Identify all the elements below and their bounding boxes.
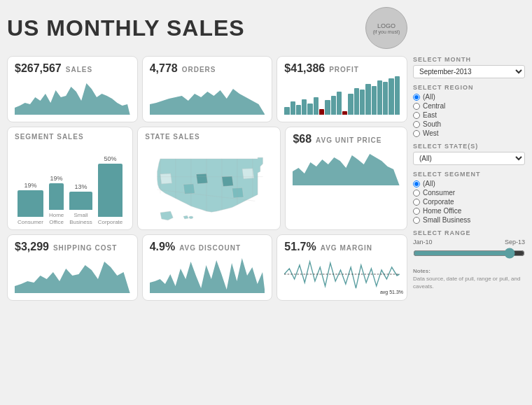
select-segment-label: SELECT SEGMENT xyxy=(413,171,525,178)
select-region-radios: (All) Central East South West xyxy=(413,93,525,137)
header: US MONTHLY SALES LOGO (if you must) xyxy=(7,7,407,49)
state-sales-card: STATE SALES xyxy=(137,127,281,230)
map-title: STATE SALES xyxy=(145,133,200,141)
middle-metrics-row: SEGMENT SALES 19% Consumer 19% Home Offi… xyxy=(7,127,407,230)
segment-corporate[interactable]: Corporate xyxy=(413,198,525,206)
region-central[interactable]: Central xyxy=(413,102,525,110)
avg-unit-price-value: $68 xyxy=(293,133,312,145)
shipping-cost-sparkline xyxy=(15,255,130,293)
sales-label: SALES xyxy=(66,66,92,73)
segment-bar-small-business: 13% Small Business xyxy=(69,183,92,225)
shipping-cost-card: $3,299 SHIPPING COST xyxy=(7,234,138,301)
select-state-dropdown[interactable]: (All) xyxy=(413,152,525,165)
select-region-group: SELECT REGION (All) Central East South W… xyxy=(413,84,525,137)
svg-marker-1 xyxy=(150,89,265,115)
select-month-label: SELECT MONTH xyxy=(413,56,525,63)
logo: LOGO (if you must) xyxy=(365,7,407,49)
avg-discount-card: 4.9% AVG DISCOUNT xyxy=(142,234,273,301)
shipping-cost-value: $3,299 xyxy=(15,241,49,253)
segment-sales-card: SEGMENT SALES 19% Consumer 19% Home Offi… xyxy=(7,127,133,230)
segment-bar-corporate: 50% Corporate xyxy=(98,155,123,226)
profit-value: $41,386 xyxy=(284,62,325,75)
orders-label: ORDERS xyxy=(182,66,216,73)
svg-marker-0 xyxy=(15,83,130,115)
svg-point-11 xyxy=(189,216,193,219)
avg-discount-sparkline xyxy=(150,255,265,293)
notes-text: Notes: Data source, date of pull, range … xyxy=(413,267,525,291)
svg-marker-12 xyxy=(293,154,400,185)
right-controls-panel: SELECT MONTH September-2013 August-2013 … xyxy=(413,7,525,398)
avg-unit-price-label: AVG UNIT PRICE xyxy=(316,136,382,144)
page-title: US MONTHLY SALES xyxy=(7,15,245,41)
avg-margin-sparkline xyxy=(284,255,400,293)
avg-discount-value: 4.9% xyxy=(150,241,175,253)
svg-marker-14 xyxy=(150,258,265,293)
segment-title: SEGMENT SALES xyxy=(15,133,125,141)
segment-all[interactable]: (All) xyxy=(413,180,525,187)
select-segment-group: SELECT SEGMENT (All) Consumer Corporate … xyxy=(413,171,525,224)
top-metrics-row: $267,567 SALES 4,778 ORDERS xyxy=(7,56,407,122)
us-map xyxy=(145,143,273,225)
sales-card: $267,567 SALES xyxy=(7,56,138,122)
segment-bar-homeoffice: 19% Home Office xyxy=(49,175,64,225)
range-min-label: Jan-10 xyxy=(413,239,433,246)
region-all[interactable]: (All) xyxy=(413,93,525,101)
avg-margin-label: AVG MARGIN xyxy=(321,244,372,252)
select-state-group: SELECT STATE(S) (All) xyxy=(413,143,525,165)
profit-card: $41,386 PROFIT xyxy=(276,56,407,122)
orders-value: 4,778 xyxy=(150,62,178,75)
select-segment-radios: (All) Consumer Corporate Home Office Sma… xyxy=(413,180,525,224)
profit-chart xyxy=(284,76,400,115)
segment-chart: 19% Consumer 19% Home Office 13% Small B… xyxy=(15,143,125,225)
select-region-label: SELECT REGION xyxy=(413,84,525,91)
notes-section: Notes: Data source, date of pull, range … xyxy=(413,264,525,291)
select-range-label: SELECT RANGE xyxy=(413,229,525,236)
segment-small-business[interactable]: Small Business xyxy=(413,216,525,224)
select-month-dropdown[interactable]: September-2013 August-2013 July-2013 xyxy=(413,65,525,78)
select-month-group: SELECT MONTH September-2013 August-2013 … xyxy=(413,56,525,78)
avg-margin-avg-label: avg 51.3% xyxy=(380,290,403,294)
orders-sparkline xyxy=(150,76,265,115)
avg-discount-label: AVG DISCOUNT xyxy=(179,244,241,252)
select-state-label: SELECT STATE(S) xyxy=(413,143,525,150)
sales-value: $267,567 xyxy=(15,62,62,75)
shipping-cost-label: SHIPPING COST xyxy=(53,244,117,252)
avg-margin-card: 51.7% AVG MARGIN avg 51.3% xyxy=(276,234,407,301)
region-west[interactable]: West xyxy=(413,129,525,137)
profit-label: PROFIT xyxy=(329,66,359,73)
avg-margin-value: 51.7% xyxy=(284,241,316,253)
avg-unit-price-sparkline xyxy=(293,147,400,185)
sales-sparkline xyxy=(15,76,130,115)
range-slider[interactable] xyxy=(413,248,525,259)
orders-card: 4,778 ORDERS xyxy=(142,56,273,122)
region-east[interactable]: East xyxy=(413,111,525,119)
segment-consumer[interactable]: Consumer xyxy=(413,189,525,197)
bottom-metrics-row: $3,299 SHIPPING COST 4.9% AVG DISCOUNT xyxy=(7,234,407,301)
segment-home-office[interactable]: Home Office xyxy=(413,207,525,215)
segment-bar-consumer: 19% Consumer xyxy=(18,182,43,226)
avg-unit-price-card: $68 AVG UNIT PRICE xyxy=(285,127,407,230)
range-max-label: Sep-13 xyxy=(505,239,525,246)
select-range-group: SELECT RANGE Jan-10 Sep-13 xyxy=(413,229,525,259)
svg-marker-13 xyxy=(15,262,130,293)
region-south[interactable]: South xyxy=(413,120,525,128)
